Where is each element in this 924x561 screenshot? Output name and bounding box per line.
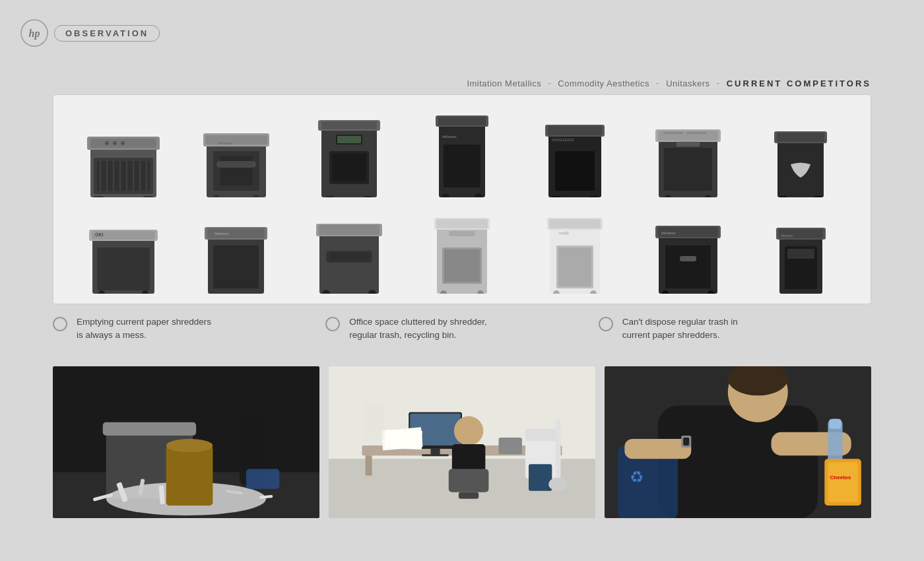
- svg-rect-92: [444, 249, 480, 282]
- svg-rect-19: [143, 196, 153, 197]
- svg-rect-22: [205, 135, 267, 145]
- photo-panel-3: Cheetos ♻: [605, 366, 871, 518]
- svg-rect-48: [555, 151, 595, 191]
- svg-rect-85: [329, 253, 369, 261]
- shredder-icon-2: fellowes: [200, 108, 273, 197]
- breadcrumb-item-1: Imitation Metallics: [467, 79, 541, 88]
- svg-rect-166: [828, 462, 857, 502]
- observation-circle-2: [325, 317, 340, 331]
- svg-text:♻: ♻: [630, 468, 644, 486]
- shredder-item-10: [292, 201, 405, 294]
- svg-rect-108: [665, 246, 711, 288]
- svg-rect-64: [779, 196, 787, 197]
- shredder-icon-3: [316, 102, 382, 197]
- shredder-item-14: fellowes: [744, 201, 857, 294]
- svg-rect-148: [452, 444, 486, 471]
- shredder-item-11: [405, 201, 518, 294]
- photo-inner-1: [53, 366, 319, 518]
- svg-rect-152: [525, 429, 559, 441]
- svg-rect-33: [332, 154, 366, 182]
- svg-rect-41: [444, 145, 480, 187]
- observation-circle-1: [53, 317, 67, 331]
- svg-rect-40: [438, 117, 486, 125]
- breadcrumb-current: CURRENT COMPETITORS: [727, 79, 871, 88]
- svg-point-16: [113, 141, 117, 145]
- svg-rect-109: [680, 256, 696, 261]
- shredder-item-2: fellowes: [180, 105, 292, 197]
- shredder-icon-5: SHREDDER: [542, 105, 608, 197]
- photo-inner-2: [329, 366, 595, 518]
- shredder-icon-8: OKI: [87, 211, 160, 294]
- shredder-icon-12: mediQ: [542, 198, 608, 294]
- breadcrumb-separator-2: -: [656, 78, 659, 88]
- svg-rect-143: [431, 448, 440, 455]
- svg-rect-24: [220, 156, 253, 185]
- hp-logo-icon: hp: [20, 18, 49, 48]
- observations-section: Emptying current paper shredders is alwa…: [53, 315, 871, 343]
- observation-text-2: Office space cluttered by shredder, regu…: [349, 315, 486, 343]
- svg-rect-164: [829, 419, 841, 429]
- shredder-item-6: [632, 105, 744, 197]
- observation-item-1: Emptying current paper shredders is alwa…: [53, 315, 325, 343]
- svg-rect-83: [319, 225, 380, 235]
- shredder-row-2: OKI fellowes: [67, 201, 857, 294]
- svg-rect-153: [529, 464, 552, 490]
- svg-rect-154: [555, 419, 560, 486]
- svg-rect-58: [676, 141, 700, 147]
- svg-rect-156: [499, 438, 522, 454]
- svg-rect-93: [449, 231, 475, 236]
- svg-rect-80: [213, 246, 259, 288]
- svg-rect-139: [366, 455, 372, 475]
- svg-point-155: [548, 478, 567, 491]
- photo-svg-3: Cheetos ♻: [605, 366, 871, 518]
- svg-rect-36: [326, 196, 334, 197]
- svg-rect-172: [683, 438, 689, 446]
- svg-text:fellowes: fellowes: [661, 231, 676, 235]
- breadcrumb-separator-1: -: [548, 78, 551, 88]
- shredder-icon-1: [81, 112, 166, 197]
- svg-rect-35: [337, 136, 361, 143]
- svg-rect-55: [663, 132, 683, 134]
- svg-rect-18: [94, 196, 104, 197]
- shredder-grid-panel: fellowes: [53, 94, 871, 304]
- shredder-item-12: mediQ: [519, 201, 632, 294]
- shredder-item-1: [67, 105, 180, 197]
- svg-rect-51: [589, 196, 598, 197]
- shredder-item-3: [292, 105, 405, 197]
- photo-svg-2: [329, 366, 595, 518]
- breadcrumb-separator-3: -: [717, 78, 720, 88]
- svg-rect-146: [385, 430, 422, 449]
- svg-rect-4: [97, 161, 150, 191]
- svg-text:SHREDDER: SHREDDER: [552, 138, 574, 142]
- svg-rect-131: [246, 469, 280, 488]
- svg-text:mediQ: mediQ: [559, 231, 569, 235]
- shredder-item-9: fellowes: [180, 201, 292, 294]
- svg-rect-81: [319, 234, 379, 294]
- photo-svg-1: [53, 366, 319, 518]
- svg-rect-47: [548, 126, 602, 135]
- observation-circle-3: [599, 317, 613, 331]
- svg-rect-31: [321, 121, 377, 129]
- observation-item-3: Can't dispose regular trash in current p…: [599, 315, 871, 343]
- shredder-item-5: SHREDDER: [519, 105, 632, 197]
- svg-rect-65: [814, 196, 822, 197]
- shredder-icon-9: fellowes: [201, 205, 271, 294]
- svg-rect-121: [103, 422, 196, 436]
- shredder-icon-11: [429, 198, 495, 294]
- svg-text:fellowes: fellowes: [442, 135, 457, 139]
- shredder-item-4: fellowes: [405, 105, 518, 197]
- photo-section: Cheetos ♻: [53, 366, 871, 518]
- svg-rect-128: [166, 446, 213, 506]
- svg-rect-144: [422, 454, 448, 456]
- svg-point-15: [105, 141, 109, 145]
- photo-panel-1: [53, 366, 319, 518]
- svg-rect-98: [549, 219, 601, 228]
- shredder-row-1: fellowes: [67, 105, 857, 197]
- svg-text:OKI: OKI: [95, 232, 104, 237]
- svg-text:fellowes: fellowes: [781, 234, 793, 238]
- svg-text:hp: hp: [29, 28, 40, 40]
- svg-rect-157: [364, 402, 383, 439]
- observation-text-1: Emptying current paper shredders is alwa…: [77, 315, 211, 343]
- svg-rect-26: [216, 161, 256, 168]
- shredder-item-13: fellowes: [632, 201, 744, 294]
